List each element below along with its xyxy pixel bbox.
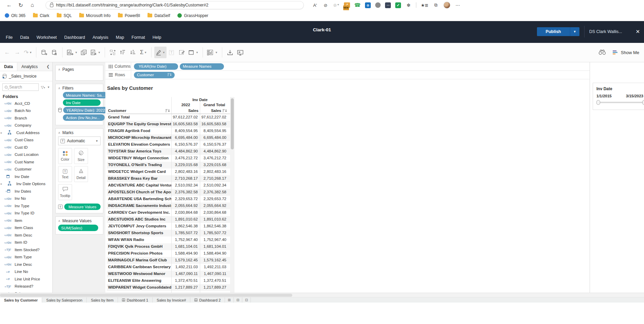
search-input[interactable]: Search [2,83,39,91]
sales-2022-cell[interactable]: 4,484,862.90 [171,148,200,155]
sales-total-cell[interactable]: 1,372,470.51 [200,277,228,284]
mark-button-text[interactable]: TText [58,166,72,182]
sales-total-cell[interactable]: 1,193,363.87 [200,291,228,293]
bookmark-clark[interactable]: Clark [33,13,49,18]
pause-updates-icon[interactable] [49,47,59,58]
sales-total-cell[interactable]: 3,229,015.68 [200,162,228,168]
customer-cell[interactable]: TOYSTAR Star America Toys [107,148,171,155]
sales-2022-cell[interactable]: 1,467,090.11 [171,271,200,277]
sort-icon[interactable] [166,109,170,112]
mark-button-size[interactable]: Size [74,148,88,164]
customer-cell[interactable]: ABARTENDE USA Bartending School [107,196,171,202]
url-text[interactable]: https://bi1.dataself.com/t/training_oran… [56,3,208,7]
table-row[interactable]: PRECISION Precision Photos1,588,494.901,… [107,250,233,257]
sales-2022-cell[interactable]: 3,229,015.68 [171,162,200,168]
customer-cell[interactable]: JEVTCOMPUT Jevy Computers [107,223,171,230]
customer-cell[interactable]: FDIQVIK Qvik Process GmbH [107,243,171,250]
sales-total-cell[interactable]: 1,217,889.27 [200,284,228,291]
menu-data[interactable]: Data [17,34,32,41]
customer-cell[interactable]: TOYONEILL O'Neill's Trading [107,162,171,168]
sales-2022-cell[interactable]: 1,372,470.51 [171,277,200,284]
table-row[interactable]: WATERPROC CHENGDU RONGYI WATE..1,193,363… [107,291,233,293]
filter-pill-inv-date[interactable]: Inv Date [63,99,101,106]
clear-sheet-icon[interactable]: ▼ [89,47,102,58]
sales-total-cell[interactable]: 8,409,554.95 [200,128,228,134]
bookmark-grasshopper[interactable]: GrassHopper [177,13,208,18]
browser-home-icon[interactable]: ⌂ [27,2,38,8]
new-worksheet-tab-icon[interactable]: ⊞ [225,297,233,303]
new-story-tab-icon[interactable]: ⊡ [242,297,251,303]
filter-fields-icon[interactable]: ▽▾ [41,85,45,90]
sales-total-cell[interactable]: 3,476,212.72 [200,155,228,162]
table-row[interactable]: ABARTENDE USA Bartending School2,329,653… [107,196,233,202]
bookmark-powerbi[interactable]: PowerBI [118,13,140,18]
vertical-scrollbar[interactable] [230,97,234,293]
table-row[interactable]: BRASSKEY Brass Key Bar2,710,268.172,710,… [107,175,233,182]
bookmark-microsoft-info[interactable]: Microsoft Info [79,13,110,18]
check-extension-icon[interactable]: ✓ [395,2,401,8]
field-company[interactable]: =AbcCompany [0,122,52,129]
field-item-type[interactable]: =AbcItem Type [0,254,52,261]
sheet-tab-sales-by-customer[interactable]: Sales by Customer [0,297,42,303]
slider-handle-min[interactable] [596,100,600,105]
table-row[interactable]: Grand Total97,612,227.0297,612,227.02 [107,114,233,121]
sales-2022-cell[interactable]: 2,376,382.58 [171,189,200,196]
scrollbar-thumb[interactable] [231,98,234,149]
table-row[interactable]: JEVTCOMPUT Jevy Computers1,862,546.381,8… [107,223,233,230]
favorites-list-icon[interactable]: ★≣ [421,3,429,8]
table-row[interactable]: ABCVENTURE ABC Capital Ventures2,510,092… [107,182,233,189]
column-pill-year-inv-date-[interactable]: YEAR(Inv Date) [134,63,178,70]
sort-icon[interactable] [223,109,227,112]
sales-total-cell[interactable]: 2,510,092.34 [200,182,228,189]
table-row[interactable]: WIDPARENT Widget Consolidated Hol..1,217… [107,284,233,291]
sales-total-cell[interactable]: 1,752,967.40 [200,237,228,243]
collapse-icon[interactable]: ∧ [58,86,60,90]
customer-cell[interactable]: BRASSKEY Brass Key Bar [107,175,171,182]
sales-2022-cell[interactable]: 6,695,484.00 [171,134,200,141]
sales-total-cell[interactable]: 1,862,546.38 [200,223,228,230]
inv-date-span-header[interactable]: Inv Date [171,97,228,102]
new-dashboard-tab-icon[interactable]: ⊟ [234,297,242,303]
table-row[interactable]: SNOSHORT Shortstop Sports1,785,507.721,7… [107,230,233,237]
publish-button[interactable]: Publish ▼ [537,27,579,36]
filters-shelf[interactable]: ∧Filters Measure Names: Sa...Inv DateYEA… [55,84,103,125]
collapse-icon[interactable]: ∧ [58,219,60,223]
zoom-out-icon[interactable]: ⊘ [323,3,329,8]
profile-avatar[interactable] [443,2,450,9]
field-inv-type[interactable]: =AbcInv Type [0,202,52,210]
table-row[interactable]: EQUGRP The Equity Group Investors16,605,… [107,121,233,128]
table-row[interactable]: APOSTELSCH Church of The Apostles2,376,3… [107,189,233,196]
pane-options-icon[interactable]: ▾ [47,85,50,89]
add-datasource-icon[interactable] [39,47,49,58]
filter-pill-year-inv-date-2022[interactable]: YEAR(Inv Date): 2022 [63,107,108,113]
table-row[interactable]: WIDGETCC Widget Credit Card2,802,483.162… [107,168,233,175]
show-me-button[interactable]: Show Me [613,50,639,55]
filter-pill-action-inv-no-inv-[interactable]: Action (Inv No,Inv... [63,114,105,121]
table-row[interactable]: INDSACRAME Sacramento Industrial S..2,05… [107,202,233,209]
field-inv-dates[interactable]: =Inv Dates [0,188,52,195]
menu-worksheet[interactable]: Worksheet [34,34,60,41]
sales-2022-cell[interactable]: 2,030,864.68 [171,209,200,216]
field-item-stocked-[interactable]: =T|FItem Stocked? [0,246,52,254]
mark-button-tooltip[interactable]: Tooltip [58,184,72,200]
sales-2022-cell[interactable]: 1,492,211.03 [171,264,200,271]
sales-2022-cell[interactable]: 1,681,104.01 [171,243,200,250]
table-row[interactable]: ABCSTUDIOS ABC Studios Inc1,891,010.621,… [107,216,233,223]
marks-card[interactable]: ∧Marks T Automatic ▼ ColorSizeTTextDetai… [55,128,103,213]
field-branch[interactable]: =AbcBranch [0,114,52,122]
sales-total-cell[interactable]: 1,785,507.72 [200,230,228,237]
field-inv-type-id[interactable]: =AbcInv Type ID [0,210,52,217]
field-line-desc[interactable]: =AbcLine Desc [0,261,52,268]
table-row[interactable]: TOYONEILL O'Neill's Trading3,229,015.683… [107,162,233,168]
field-cust-class[interactable]: =AbcCust Class [0,136,52,144]
customer-cell[interactable]: MICROCHIP Microchip Restaurant [107,134,171,141]
sort-descending-icon[interactable] [128,47,138,58]
mark-button-detail[interactable]: Detail [74,166,88,182]
sales-total-cell[interactable]: 2,710,268.17 [200,175,228,182]
sales-total-cell[interactable]: 1,467,090.11 [200,271,228,277]
menu-help[interactable]: Help [150,34,164,41]
fit-axes-icon[interactable]: ▼ [187,47,200,58]
field-salesperson[interactable]: =AbcSalesperson [0,290,52,293]
sales-2022-cell[interactable]: 1,588,494.90 [171,250,200,257]
bookmark-dataself[interactable]: DataSelf [147,13,170,18]
